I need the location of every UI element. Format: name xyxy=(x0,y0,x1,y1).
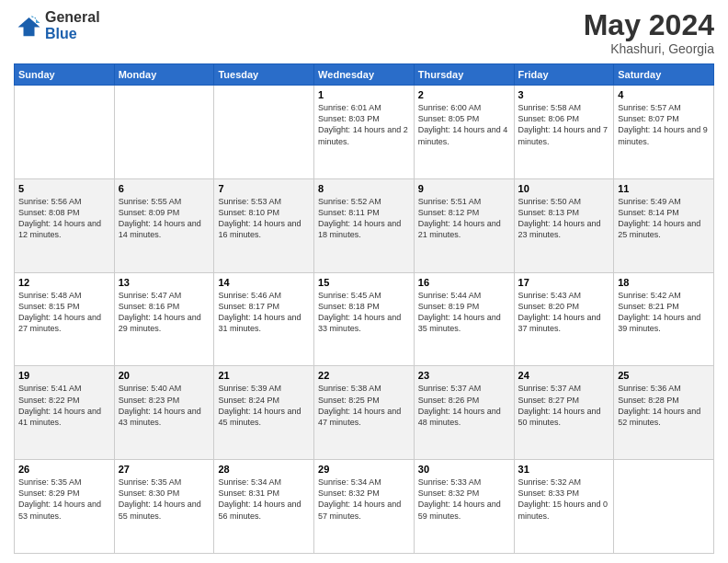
calendar-cell: 20Sunrise: 5:40 AMSunset: 8:23 PMDayligh… xyxy=(114,366,214,460)
logo-blue: Blue xyxy=(45,26,100,42)
day-info: Sunrise: 5:42 AMSunset: 8:21 PMDaylight:… xyxy=(618,290,710,335)
day-number: 3 xyxy=(518,89,610,100)
calendar-cell xyxy=(15,86,115,179)
day-number: 5 xyxy=(18,183,110,194)
calendar-cell: 22Sunrise: 5:38 AMSunset: 8:25 PMDayligh… xyxy=(314,366,415,460)
calendar-cell: 23Sunrise: 5:37 AMSunset: 8:26 PMDayligh… xyxy=(414,366,514,460)
calendar-cell: 25Sunrise: 5:36 AMSunset: 8:28 PMDayligh… xyxy=(614,366,714,460)
location: Khashuri, Georgia xyxy=(584,41,714,56)
day-info: Sunrise: 5:55 AMSunset: 8:09 PMDaylight:… xyxy=(119,196,210,241)
day-info: Sunrise: 5:45 AMSunset: 8:18 PMDaylight:… xyxy=(318,290,410,335)
calendar-cell xyxy=(614,460,714,554)
day-number: 31 xyxy=(518,464,610,475)
header: General Blue May 2024 Khashuri, Georgia xyxy=(14,9,714,56)
day-number: 28 xyxy=(218,464,310,475)
calendar-dow-thursday: Thursday xyxy=(414,64,514,86)
calendar-cell: 17Sunrise: 5:43 AMSunset: 8:20 PMDayligh… xyxy=(514,272,614,366)
day-info: Sunrise: 5:47 AMSunset: 8:16 PMDaylight:… xyxy=(119,290,210,335)
day-number: 19 xyxy=(18,370,110,381)
day-number: 1 xyxy=(318,89,410,100)
calendar-dow-monday: Monday xyxy=(114,64,214,86)
day-info: Sunrise: 5:52 AMSunset: 8:11 PMDaylight:… xyxy=(318,196,410,241)
calendar-cell: 24Sunrise: 5:37 AMSunset: 8:27 PMDayligh… xyxy=(514,366,614,460)
day-info: Sunrise: 5:38 AMSunset: 8:25 PMDaylight:… xyxy=(318,383,410,428)
day-number: 4 xyxy=(618,89,710,100)
day-info: Sunrise: 6:01 AMSunset: 8:03 PMDaylight:… xyxy=(318,102,410,147)
day-info: Sunrise: 5:34 AMSunset: 8:32 PMDaylight:… xyxy=(318,477,410,522)
day-number: 29 xyxy=(318,464,410,475)
title-block: May 2024 Khashuri, Georgia xyxy=(584,9,714,56)
day-info: Sunrise: 5:44 AMSunset: 8:19 PMDaylight:… xyxy=(418,290,510,335)
calendar-cell: 21Sunrise: 5:39 AMSunset: 8:24 PMDayligh… xyxy=(214,366,314,460)
day-number: 30 xyxy=(418,464,510,475)
day-info: Sunrise: 5:50 AMSunset: 8:13 PMDaylight:… xyxy=(518,196,610,241)
day-info: Sunrise: 5:32 AMSunset: 8:33 PMDaylight:… xyxy=(518,477,610,522)
day-number: 14 xyxy=(218,277,310,288)
day-number: 27 xyxy=(119,464,210,475)
day-number: 20 xyxy=(119,370,210,381)
calendar-cell: 26Sunrise: 5:35 AMSunset: 8:29 PMDayligh… xyxy=(15,460,115,554)
day-info: Sunrise: 6:00 AMSunset: 8:05 PMDaylight:… xyxy=(418,102,510,147)
calendar-cell: 10Sunrise: 5:50 AMSunset: 8:13 PMDayligh… xyxy=(514,178,614,272)
calendar-week-4: 19Sunrise: 5:41 AMSunset: 8:22 PMDayligh… xyxy=(15,366,714,460)
day-info: Sunrise: 5:37 AMSunset: 8:27 PMDaylight:… xyxy=(518,383,610,428)
logo: General Blue xyxy=(14,9,100,41)
day-number: 12 xyxy=(18,277,110,288)
day-info: Sunrise: 5:57 AMSunset: 8:07 PMDaylight:… xyxy=(618,102,710,147)
calendar-cell: 16Sunrise: 5:44 AMSunset: 8:19 PMDayligh… xyxy=(414,272,514,366)
calendar-dow-friday: Friday xyxy=(514,64,614,86)
calendar-cell: 8Sunrise: 5:52 AMSunset: 8:11 PMDaylight… xyxy=(314,178,415,272)
day-number: 8 xyxy=(318,183,410,194)
day-number: 26 xyxy=(18,464,110,475)
page: General Blue May 2024 Khashuri, Georgia … xyxy=(0,0,728,563)
calendar-dow-saturday: Saturday xyxy=(614,64,714,86)
month-year: May 2024 xyxy=(584,9,714,41)
calendar-cell: 15Sunrise: 5:45 AMSunset: 8:18 PMDayligh… xyxy=(314,272,415,366)
day-number: 13 xyxy=(119,277,210,288)
day-number: 7 xyxy=(218,183,310,194)
day-number: 23 xyxy=(418,370,510,381)
day-info: Sunrise: 5:56 AMSunset: 8:08 PMDaylight:… xyxy=(18,196,110,241)
day-info: Sunrise: 5:53 AMSunset: 8:10 PMDaylight:… xyxy=(218,196,310,241)
calendar-cell: 3Sunrise: 5:58 AMSunset: 8:06 PMDaylight… xyxy=(514,86,614,179)
calendar-cell: 27Sunrise: 5:35 AMSunset: 8:30 PMDayligh… xyxy=(114,460,214,554)
day-info: Sunrise: 5:37 AMSunset: 8:26 PMDaylight:… xyxy=(418,383,510,428)
logo-text: General Blue xyxy=(45,9,100,41)
calendar-cell: 2Sunrise: 6:00 AMSunset: 8:05 PMDaylight… xyxy=(414,86,514,179)
calendar-cell: 30Sunrise: 5:33 AMSunset: 8:32 PMDayligh… xyxy=(414,460,514,554)
day-info: Sunrise: 5:35 AMSunset: 8:30 PMDaylight:… xyxy=(119,477,210,522)
calendar-cell: 6Sunrise: 5:55 AMSunset: 8:09 PMDaylight… xyxy=(114,178,214,272)
calendar-week-2: 5Sunrise: 5:56 AMSunset: 8:08 PMDaylight… xyxy=(15,178,714,272)
day-number: 17 xyxy=(518,277,610,288)
calendar-dow-wednesday: Wednesday xyxy=(314,64,415,86)
calendar-cell xyxy=(114,86,214,179)
day-number: 2 xyxy=(418,89,510,100)
calendar-cell: 18Sunrise: 5:42 AMSunset: 8:21 PMDayligh… xyxy=(614,272,714,366)
day-info: Sunrise: 5:49 AMSunset: 8:14 PMDaylight:… xyxy=(618,196,710,241)
calendar-cell: 1Sunrise: 6:01 AMSunset: 8:03 PMDaylight… xyxy=(314,86,415,179)
day-info: Sunrise: 5:48 AMSunset: 8:15 PMDaylight:… xyxy=(18,290,110,335)
calendar-cell xyxy=(214,86,314,179)
calendar-cell: 14Sunrise: 5:46 AMSunset: 8:17 PMDayligh… xyxy=(214,272,314,366)
calendar-week-3: 12Sunrise: 5:48 AMSunset: 8:15 PMDayligh… xyxy=(15,272,714,366)
calendar-header-row: SundayMondayTuesdayWednesdayThursdayFrid… xyxy=(15,64,714,86)
calendar-cell: 5Sunrise: 5:56 AMSunset: 8:08 PMDaylight… xyxy=(15,178,115,272)
calendar-cell: 28Sunrise: 5:34 AMSunset: 8:31 PMDayligh… xyxy=(214,460,314,554)
calendar-cell: 4Sunrise: 5:57 AMSunset: 8:07 PMDaylight… xyxy=(614,86,714,179)
calendar-cell: 29Sunrise: 5:34 AMSunset: 8:32 PMDayligh… xyxy=(314,460,415,554)
calendar-cell: 31Sunrise: 5:32 AMSunset: 8:33 PMDayligh… xyxy=(514,460,614,554)
calendar-cell: 19Sunrise: 5:41 AMSunset: 8:22 PMDayligh… xyxy=(15,366,115,460)
day-info: Sunrise: 5:41 AMSunset: 8:22 PMDaylight:… xyxy=(18,383,110,428)
day-info: Sunrise: 5:36 AMSunset: 8:28 PMDaylight:… xyxy=(618,383,710,428)
day-info: Sunrise: 5:34 AMSunset: 8:31 PMDaylight:… xyxy=(218,477,310,522)
calendar-cell: 9Sunrise: 5:51 AMSunset: 8:12 PMDaylight… xyxy=(414,178,514,272)
day-info: Sunrise: 5:51 AMSunset: 8:12 PMDaylight:… xyxy=(418,196,510,241)
day-number: 15 xyxy=(318,277,410,288)
calendar-cell: 13Sunrise: 5:47 AMSunset: 8:16 PMDayligh… xyxy=(114,272,214,366)
calendar-dow-sunday: Sunday xyxy=(15,64,115,86)
calendar-cell: 12Sunrise: 5:48 AMSunset: 8:15 PMDayligh… xyxy=(15,272,115,366)
logo-general: General xyxy=(45,9,100,26)
calendar-cell: 11Sunrise: 5:49 AMSunset: 8:14 PMDayligh… xyxy=(614,178,714,272)
day-info: Sunrise: 5:35 AMSunset: 8:29 PMDaylight:… xyxy=(18,477,110,522)
calendar-cell: 7Sunrise: 5:53 AMSunset: 8:10 PMDaylight… xyxy=(214,178,314,272)
